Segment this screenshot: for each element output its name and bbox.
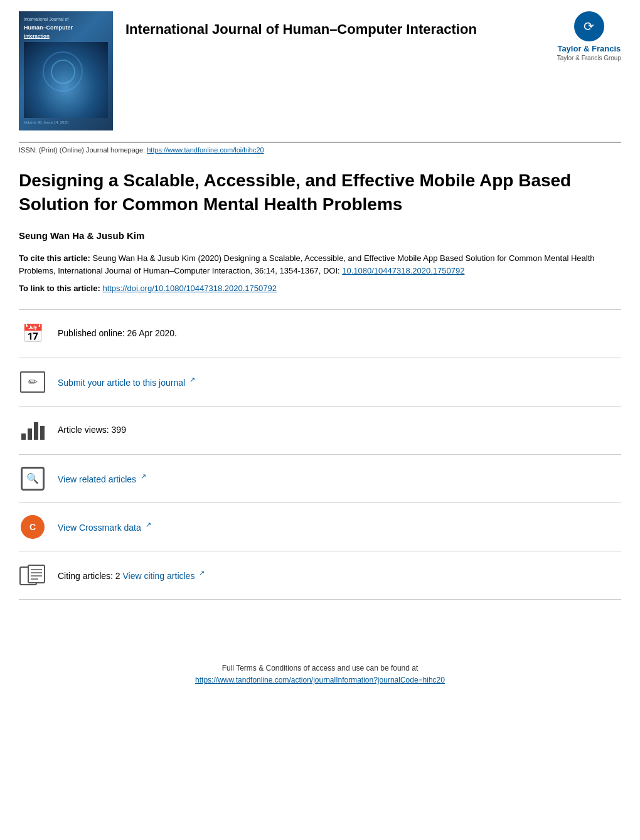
crossmark-icon: C bbox=[21, 515, 45, 539]
citing-text: Citing articles: 2 View citing articles … bbox=[58, 568, 205, 582]
related-ext-icon: ↗ bbox=[141, 472, 146, 481]
article-authors: Seung Wan Ha & Jusub Kim bbox=[19, 230, 621, 241]
citing-articles-link[interactable]: View citing articles bbox=[122, 570, 195, 580]
bar1 bbox=[21, 433, 26, 440]
issn-line: ISSN: (Print) (Online) Journal homepage:… bbox=[0, 142, 640, 154]
journal-title: International Journal of Human–Computer … bbox=[125, 14, 621, 39]
crossmark-row[interactable]: C View Crossmark data ↗ bbox=[19, 502, 621, 551]
article-section: Designing a Scalable, Accessible, and Ef… bbox=[0, 154, 640, 600]
related-articles-link[interactable]: View related articles bbox=[58, 474, 136, 484]
bar-chart-icon-box bbox=[19, 417, 46, 444]
journal-cover: International Journal of Human–Computer … bbox=[19, 11, 113, 130]
published-row: 📅 Published online: 26 Apr 2020. bbox=[19, 309, 621, 358]
cover-image bbox=[24, 42, 108, 118]
views-label: Article views: 399 bbox=[58, 425, 126, 435]
citing-svg bbox=[19, 565, 46, 586]
tf-brand-name: Taylor & Francis bbox=[557, 44, 621, 55]
crossmark-svg: C bbox=[25, 519, 40, 534]
tf-logo: ⟳ Taylor & Francis Taylor & Francis Grou… bbox=[557, 11, 621, 61]
crossmark-link[interactable]: View Crossmark data bbox=[58, 522, 141, 532]
search-related-icon bbox=[21, 467, 45, 491]
cover-title2: Interaction bbox=[24, 33, 108, 40]
submit-link[interactable]: Submit your article to this journal bbox=[58, 377, 185, 387]
link-to-article-label: To link to this article: bbox=[19, 284, 100, 293]
submit-row[interactable]: ✏ Submit your article to this journal ↗ bbox=[19, 358, 621, 406]
calendar-icon: 📅 bbox=[22, 323, 44, 344]
views-text: Article views: 399 bbox=[58, 424, 126, 437]
bar-chart-icon bbox=[21, 421, 45, 440]
tf-sub-brand: Taylor & Francis Group bbox=[557, 55, 621, 61]
related-row[interactable]: View related articles ↗ bbox=[19, 454, 621, 502]
citation-block: To cite this article: Seung Wan Ha & Jus… bbox=[19, 252, 621, 277]
cover-top-text: International Journal of bbox=[24, 16, 108, 22]
published-label: Published online: 26 Apr 2020. bbox=[58, 328, 177, 338]
citing-ext-icon: ↗ bbox=[199, 568, 205, 578]
bar4 bbox=[40, 426, 45, 440]
crossmark-icon-box: C bbox=[19, 513, 46, 541]
calendar-icon-box: 📅 bbox=[19, 320, 46, 348]
crossmark-text: View Crossmark data ↗ bbox=[58, 520, 151, 534]
cite-text: Seung Wan Ha & Jusub Kim (2020) Designin… bbox=[19, 253, 594, 275]
article-title: Designing a Scalable, Accessible, and Ef… bbox=[19, 169, 621, 216]
tf-logo-icon: ⟳ bbox=[584, 20, 594, 33]
submit-text: Submit your article to this journal ↗ bbox=[58, 375, 195, 389]
cover-title1: Human–Computer bbox=[24, 24, 108, 32]
header-right: International Journal of Human–Computer … bbox=[125, 11, 621, 39]
bar3 bbox=[34, 422, 38, 440]
views-row: Article views: 399 bbox=[19, 406, 621, 454]
footer-text1: Full Terms & Conditions of access and us… bbox=[222, 664, 419, 673]
published-text: Published online: 26 Apr 2020. bbox=[58, 327, 177, 340]
related-text: View related articles ↗ bbox=[58, 472, 146, 486]
crossmark-ext-icon: ↗ bbox=[146, 520, 151, 529]
tf-logo-circle: ⟳ bbox=[574, 11, 604, 41]
footer-section: Full Terms & Conditions of access and us… bbox=[0, 650, 640, 705]
citing-icon bbox=[19, 565, 46, 586]
citing-row[interactable]: Citing articles: 2 View citing articles … bbox=[19, 551, 621, 600]
citing-icon-box bbox=[19, 561, 46, 589]
svg-text:C: C bbox=[29, 522, 36, 532]
info-rows: 📅 Published online: 26 Apr 2020. ✏ Submi… bbox=[19, 309, 621, 600]
citing-count: Citing articles: 2 bbox=[58, 570, 122, 580]
pen-edit-icon: ✏ bbox=[20, 371, 45, 393]
cite-label: To cite this article: bbox=[19, 253, 90, 263]
submit-icon-box: ✏ bbox=[19, 368, 46, 396]
svg-rect-3 bbox=[28, 565, 45, 583]
link-label-block: To link to this article: https://doi.org… bbox=[19, 284, 621, 293]
cite-doi-link[interactable]: 10.1080/10447318.2020.1750792 bbox=[342, 266, 464, 275]
bar2 bbox=[28, 428, 32, 440]
footer-link[interactable]: https://www.tandfonline.com/action/journ… bbox=[195, 676, 445, 684]
submit-ext-icon: ↗ bbox=[189, 375, 195, 385]
cover-bottom: Volume 36, Issue 14, 2020 bbox=[24, 120, 108, 125]
footer-text: Full Terms & Conditions of access and us… bbox=[19, 662, 621, 686]
related-icon-box bbox=[19, 465, 46, 492]
issn-url-link[interactable]: https://www.tandfonline.com/loi/hihc20 bbox=[147, 146, 264, 154]
article-doi-link[interactable]: https://doi.org/10.1080/10447318.2020.17… bbox=[102, 284, 277, 293]
